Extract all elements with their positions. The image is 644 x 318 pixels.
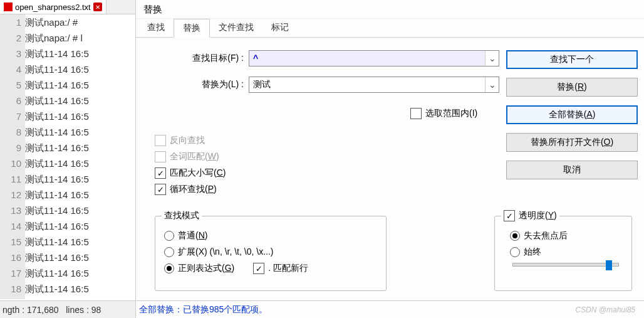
mode-regex[interactable]: 正则表达式(G) . 匹配新行 (164, 263, 377, 274)
checkbox-match-case[interactable] (155, 167, 166, 179)
in-selection-label: 选取范围内(I) (425, 108, 477, 119)
file-icon (4, 3, 13, 11)
replace-input[interactable] (249, 77, 485, 92)
editor-pane: open_sharpness2.txt ✕ 123456789101112131… (0, 0, 135, 318)
backward-label: 反向查找 (170, 135, 205, 146)
options-column: 反向查找 全词匹配(W) 匹配大小写(C) 循环查找(P) (155, 135, 226, 200)
code-area[interactable]: 123456789101112131415161718 测试napa:/ #测试… (0, 14, 135, 299)
slider-thumb[interactable] (606, 260, 612, 270)
replace-combo[interactable]: ⌄ (249, 77, 499, 93)
mode-extended[interactable]: 扩展(X) (\n, \r, \t, \0, \x...) (164, 246, 377, 258)
radio-extended[interactable] (164, 247, 174, 257)
dot-newline-label: . 匹配新行 (268, 263, 308, 274)
transparency-slider[interactable] (512, 263, 619, 267)
editor-status-bar: ngth : 171,680 lines : 98 (0, 300, 135, 318)
find-label: 查找目标(F) : (142, 53, 249, 64)
radio-normal[interactable] (164, 231, 174, 241)
whole-word-label: 全词匹配(W) (170, 151, 219, 162)
search-mode-group: 查找模式 普通(N) 扩展(X) (\n, \r, \t, \0, \x...)… (155, 216, 387, 291)
match-case-label: 匹配大小写(C) (170, 167, 226, 179)
find-combo[interactable]: ⌄ (249, 50, 499, 66)
dot-newline-option[interactable]: . 匹配新行 (253, 263, 308, 274)
tab-replace[interactable]: 替换 (174, 19, 210, 38)
mode-regex-label: 正则表达式(G) (178, 263, 234, 274)
backward-option[interactable]: 反向查找 (155, 135, 226, 146)
replace-button[interactable]: 替换(R) (506, 78, 638, 97)
dialog-status-bar: 全部替换： 已替换985个匹配项。 (135, 300, 644, 318)
editor-tab-bar: open_sharpness2.txt ✕ (0, 0, 135, 14)
chevron-down-icon[interactable]: ⌄ (485, 51, 499, 66)
whole-word-option[interactable]: 全词匹配(W) (155, 151, 226, 162)
lose-focus-label: 失去焦点后 (524, 230, 568, 241)
find-next-button[interactable]: 查找下一个 (506, 50, 638, 69)
wrap-option[interactable]: 循环查找(P) (155, 184, 226, 195)
button-column: 查找下一个 替换(R) 全部替换(A) 替换所有打开文件(O) 取消 (506, 50, 638, 188)
file-tab[interactable]: open_sharpness2.txt ✕ (0, 0, 106, 14)
chevron-down-icon[interactable]: ⌄ (485, 77, 499, 92)
status-message: 已替换985个匹配项。 (183, 304, 267, 315)
tab-find[interactable]: 查找 (138, 19, 174, 37)
checkbox-backward[interactable] (155, 135, 166, 146)
file-tab-name: open_sharpness2.txt (15, 3, 91, 12)
close-icon[interactable]: ✕ (93, 3, 102, 11)
wrap-label: 循环查找(P) (170, 184, 217, 195)
radio-always[interactable] (510, 247, 520, 257)
dialog-title: 替换 (136, 0, 644, 19)
match-case-option[interactable]: 匹配大小写(C) (155, 167, 226, 179)
replace-dialog: 替换 查找 替换 文件查找 标记 查找目标(F) : ⌄ 替换为(L) : ⌄ … (135, 0, 644, 318)
replace-all-button[interactable]: 全部替换(A) (506, 105, 638, 124)
line-gutter: 123456789101112131415161718 (0, 14, 25, 299)
trans-lose-focus[interactable]: 失去焦点后 (510, 230, 623, 241)
status-length-value: 171,680 (27, 305, 59, 315)
checkbox-wrap[interactable] (155, 184, 166, 195)
always-label: 始终 (524, 246, 541, 258)
find-input[interactable] (249, 51, 485, 66)
mode-extended-label: 扩展(X) (\n, \r, \t, \0, \x...) (178, 246, 273, 258)
cancel-button[interactable]: 取消 (506, 161, 638, 179)
checkbox-in-selection[interactable] (410, 108, 422, 119)
replace-all-open-button[interactable]: 替换所有打开文件(O) (506, 133, 638, 152)
status-lines-value: 98 (91, 305, 101, 315)
checkbox-transparency[interactable] (504, 210, 515, 221)
watermark: CSDN @mahui85 (575, 305, 635, 314)
tab-find-in-files[interactable]: 文件查找 (210, 19, 262, 37)
transparency-label: 透明度(Y) (519, 210, 557, 221)
checkbox-whole-word[interactable] (155, 151, 166, 162)
dialog-body: 查找目标(F) : ⌄ 替换为(L) : ⌄ 选取范围内(I) 查找下一个 替换… (136, 38, 644, 300)
dialog-tabs: 查找 替换 文件查找 标记 (136, 19, 644, 38)
radio-lose-focus[interactable] (510, 231, 520, 241)
status-lines-label: lines : (66, 305, 89, 315)
radio-regex[interactable] (164, 263, 174, 273)
mode-normal-label: 普通(N) (178, 230, 207, 241)
transparency-group: 透明度(Y) 失去焦点后 始终 (494, 216, 632, 291)
mode-normal[interactable]: 普通(N) (164, 230, 377, 241)
transparency-toggle[interactable]: 透明度(Y) (501, 210, 559, 221)
status-prefix: 全部替换： (139, 304, 183, 315)
tab-mark[interactable]: 标记 (262, 19, 298, 37)
code-lines[interactable]: 测试napa:/ #测试napa:/ # l测试11-14 16:5测试11-1… (25, 14, 135, 299)
status-length-label: ngth : (3, 305, 24, 315)
search-mode-title: 查找模式 (162, 210, 202, 221)
in-selection-option[interactable]: 选取范围内(I) (410, 108, 477, 119)
trans-always[interactable]: 始终 (510, 246, 623, 258)
checkbox-dot-newline[interactable] (253, 263, 264, 274)
replace-label: 替换为(L) : (142, 79, 249, 90)
